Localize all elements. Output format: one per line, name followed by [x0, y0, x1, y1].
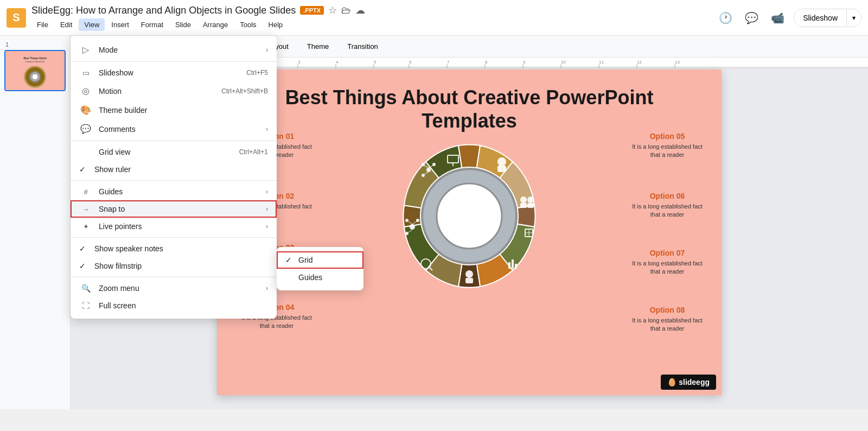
dd-theme-builder-label: Theme builder — [99, 106, 268, 115]
menu-slide[interactable]: Slide — [170, 18, 196, 31]
dd-zoom-arrow: › — [266, 284, 268, 292]
slideegg-text: slideegg — [679, 378, 710, 386]
dd-grid-view[interactable]: Grid view Ctrl+Alt+1 — [71, 143, 277, 161]
menu-bar: File Edit View Insert Format Slide Arran… — [31, 18, 716, 31]
app-icon-letter: S — [12, 11, 20, 24]
menu-help[interactable]: Help — [263, 18, 289, 31]
app-icon: S — [7, 8, 26, 28]
dd-show-filmstrip[interactable]: ✓ Show filmstrip — [71, 257, 277, 275]
svg-rect-47 — [527, 203, 534, 208]
menu-file[interactable]: File — [31, 18, 54, 31]
svg-text:6: 6 — [409, 60, 412, 65]
egg-icon: 🥚 — [667, 378, 676, 386]
menu-format[interactable]: Format — [136, 18, 169, 31]
svg-text:13: 13 — [675, 60, 680, 65]
menu-view[interactable]: View — [79, 18, 105, 31]
svg-point-44 — [520, 197, 527, 203]
dd-show-ruler-label: Show ruler — [94, 165, 268, 174]
wheel-graphic — [388, 135, 551, 297]
speaker-notes-check-icon: ✓ — [79, 244, 90, 253]
dd-live-pointers[interactable]: ✦ Live pointers › — [71, 218, 277, 235]
svg-text:12: 12 — [637, 60, 642, 65]
slideshow-dd-icon: ▭ — [79, 68, 92, 77]
svg-text:Best Things About: Best Things About — [23, 57, 47, 60]
slide-thumbnail[interactable]: Best Things About Creative PowerPoint — [4, 50, 66, 91]
dd-show-speaker-notes[interactable]: ✓ Show speaker notes — [71, 240, 277, 257]
dd-theme-builder[interactable]: 🎨 Theme builder — [71, 100, 277, 119]
dd-grid-view-label: Grid view — [99, 148, 239, 156]
snap-grid-check: ✓ — [285, 256, 298, 264]
slide-thumb-image: Best Things About Creative PowerPoint — [5, 51, 65, 90]
svg-point-45 — [527, 197, 534, 203]
svg-text:8: 8 — [485, 60, 488, 65]
separator-4 — [71, 237, 277, 238]
dd-snap-to-label: Snap to — [99, 205, 261, 213]
svg-point-41 — [437, 183, 502, 249]
dd-motion[interactable]: ◎ Motion Ctrl+Alt+Shift+B — [71, 81, 277, 100]
star-icon[interactable]: ☆ — [328, 4, 337, 16]
video-icon[interactable]: 📹 — [768, 8, 787, 28]
svg-text:9: 9 — [523, 60, 526, 65]
option-05-title: Option 05 — [624, 132, 711, 141]
separator-5 — [71, 277, 277, 277]
cloud-icon[interactable]: ☁ — [355, 4, 365, 16]
menu-edit[interactable]: Edit — [55, 18, 78, 31]
snap-grid-item[interactable]: ✓ Grid — [277, 251, 363, 269]
mode-label: Mode — [99, 46, 261, 54]
option-08-title: Option 08 — [624, 306, 711, 314]
motion-icon: ◎ — [79, 86, 92, 96]
dd-grid-view-shortcut: Ctrl+Alt+1 — [239, 148, 268, 156]
dd-snap-to[interactable]: → Snap to › — [71, 200, 277, 218]
dd-show-filmstrip-label: Show filmstrip — [94, 262, 268, 270]
dd-motion-label: Motion — [99, 87, 221, 96]
dd-full-screen[interactable]: ⛶ Full screen — [71, 297, 277, 314]
menu-tools[interactable]: Tools — [234, 18, 261, 31]
option-07-title: Option 07 — [624, 249, 711, 257]
snap-guides-item[interactable]: Guides — [277, 269, 363, 286]
svg-text:5: 5 — [374, 60, 376, 65]
ruler-check-icon: ✓ — [79, 165, 90, 174]
dd-slideshow[interactable]: ▭ Slideshow Ctrl+F5 — [71, 64, 277, 81]
dd-zoom-menu[interactable]: 🔍 Zoom menu › — [71, 280, 277, 297]
slides-panel: 1 Best Things About Creative PowerPoint — [0, 36, 71, 409]
dd-guides-arrow: › — [266, 188, 268, 195]
slideshow-button[interactable]: Slideshow ▾ — [794, 9, 861, 27]
topbar-right: 🕐 💬 📹 Slideshow ▾ — [716, 8, 861, 28]
chat-icon[interactable]: 💬 — [742, 8, 761, 28]
dd-show-ruler[interactable]: ✓ Show ruler — [71, 161, 277, 178]
dd-guides[interactable]: # Guides › — [71, 183, 277, 200]
folder-icon[interactable]: 🗁 — [341, 5, 351, 16]
mode-arrow: › — [266, 46, 268, 54]
separator-2 — [71, 141, 277, 141]
theme-builder-icon: 🎨 — [79, 105, 92, 115]
history-icon[interactable]: 🕐 — [716, 8, 735, 28]
theme-btn[interactable]: Theme — [299, 39, 336, 54]
dd-comments[interactable]: 💬 Comments › — [71, 119, 277, 138]
svg-rect-46 — [520, 203, 527, 208]
dd-zoom-menu-label: Zoom menu — [99, 284, 261, 293]
live-pointers-icon: ✦ — [79, 223, 92, 231]
svg-text:7: 7 — [447, 60, 450, 65]
svg-text:10: 10 — [561, 60, 566, 65]
comments-icon: 💬 — [79, 124, 92, 134]
transition-btn[interactable]: Transition — [340, 39, 386, 54]
slideshow-main[interactable]: Slideshow — [794, 9, 846, 27]
filmstrip-check-icon: ✓ — [79, 262, 90, 270]
dd-show-speaker-notes-label: Show speaker notes — [94, 244, 268, 253]
snap-grid-label: Grid — [298, 256, 312, 264]
option-06-text: It is a long established factthat a read… — [624, 202, 711, 219]
menu-arrange[interactable]: Arrange — [197, 18, 233, 31]
svg-text:11: 11 — [599, 60, 604, 65]
menu-insert[interactable]: Insert — [106, 18, 135, 31]
slide-canvas: Best Things About Creative PowerPoint Te… — [217, 69, 722, 395]
svg-rect-52 — [512, 259, 514, 269]
svg-text:4: 4 — [336, 60, 339, 65]
dd-comments-arrow: › — [266, 125, 268, 133]
zoom-icon: 🔍 — [79, 284, 92, 293]
svg-rect-55 — [465, 278, 473, 283]
guides-dd-icon: # — [79, 188, 92, 196]
dd-live-pointers-label: Live pointers — [99, 222, 261, 231]
dd-live-pointers-arrow: › — [266, 223, 268, 230]
doc-title: SlideEgg: How to Arrange and Align Objec… — [31, 5, 296, 16]
slideshow-dropdown-arrow[interactable]: ▾ — [846, 10, 861, 26]
